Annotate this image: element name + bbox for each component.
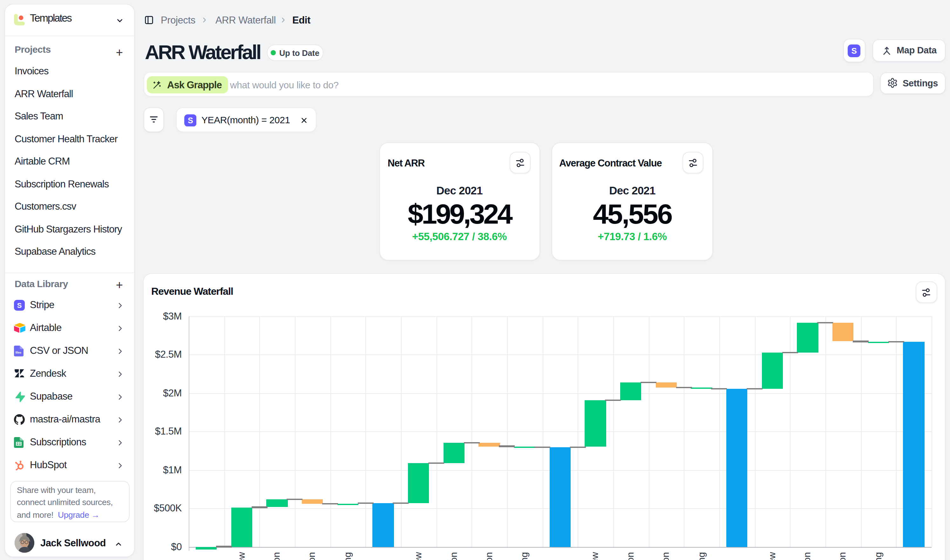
- svg-text:S: S: [851, 46, 857, 55]
- svg-text:S: S: [188, 115, 193, 125]
- svg-text:S: S: [17, 301, 22, 309]
- svg-text:files: files: [15, 351, 21, 354]
